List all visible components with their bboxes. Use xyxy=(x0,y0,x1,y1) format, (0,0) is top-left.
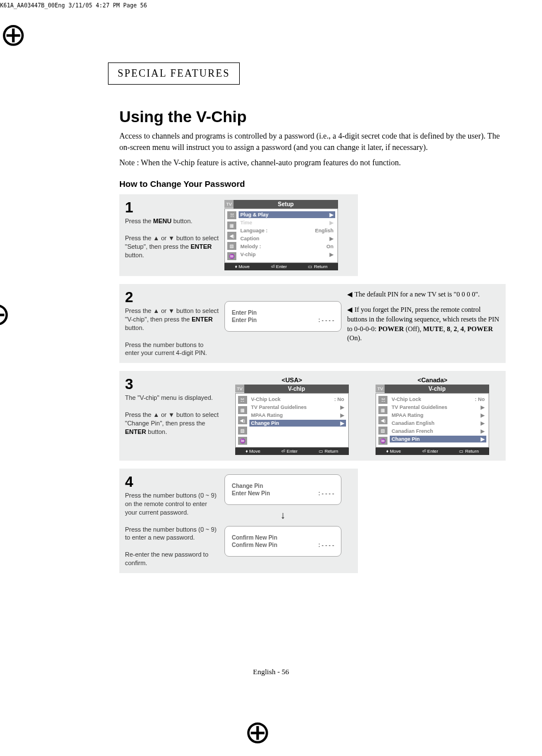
osd-item: Canadian English▶ xyxy=(390,420,486,427)
tv-icon: TV xyxy=(376,385,385,392)
confirm-pin-box: Confirm New Pin Confirm New Pin : - - - … xyxy=(224,526,341,557)
screen-icon: ▦ xyxy=(378,406,387,414)
antenna-icon: ☵ xyxy=(227,211,236,219)
speaker-icon: ◀) xyxy=(238,416,247,424)
osd-vchip-canada: TV V-chip ☵ ▦ ◀) ▧ ♒ V-Chip Lock: No TV … xyxy=(376,385,489,455)
step-4-text-b: Press the number buttons (0 ~ 9) to ente… xyxy=(125,525,219,542)
osd-item: MPAA Rating▶ xyxy=(390,412,486,419)
osd-item: TV Parental Guidelines▶ xyxy=(249,404,346,411)
osd-item-change-pin: Change Pin▶ xyxy=(249,420,346,427)
triangle-icon: ◀ xyxy=(347,290,352,299)
osd-item-plug-play: Plug & Play▶ xyxy=(239,211,335,218)
osd-item-melody: Melody :On xyxy=(239,243,335,250)
speaker-icon: ◀) xyxy=(227,232,236,240)
usa-label: <USA> xyxy=(224,377,360,383)
osd-item-language: Language :English xyxy=(239,227,335,234)
canada-label: <Canada> xyxy=(365,377,501,383)
register-mark-top: ⊕ xyxy=(0,16,27,53)
osd-footer: ♦ Move ⏎ Enter ▭ Return xyxy=(235,448,349,455)
sub-heading: How to Change Your Password xyxy=(119,179,506,189)
page-title: Using the V-Chip xyxy=(119,108,506,126)
screen-icon: ▦ xyxy=(227,222,236,229)
osd-title: V-chip xyxy=(244,385,349,393)
step-1-text-b: Press the ▲ or ▼ button to select "Setup… xyxy=(125,234,219,260)
confirm-pin-value: : - - - - xyxy=(318,542,334,548)
osd-item-time: Time▶ xyxy=(239,219,335,226)
arrow-down-icon: ↓ xyxy=(281,509,286,521)
tv-icon: TV xyxy=(224,200,234,208)
picture-icon: ▧ xyxy=(227,242,236,250)
step-1-text-a: Press the MENU button. xyxy=(125,217,219,225)
osd-item: TV Parental Guidelines▶ xyxy=(390,404,486,411)
section-header: SPECIAL FEATURES xyxy=(108,62,240,85)
osd-item: V-Chip Lock: No xyxy=(249,396,346,403)
note-paragraph: Note : When the V-chip feature is active… xyxy=(119,158,506,168)
enter-pin-title: Enter Pin xyxy=(232,310,334,316)
change-pin-box: Change Pin Enter New Pin : - - - - xyxy=(224,474,341,505)
osd-item-caption: Caption▶ xyxy=(239,235,335,242)
osd-item-vchip: V-chip▶ xyxy=(239,251,335,258)
equalizer-icon: ♒ xyxy=(227,252,236,260)
step-4: 4 Press the number buttons (0 ~ 9) on th… xyxy=(119,469,358,573)
osd-item-change-pin: Change Pin▶ xyxy=(390,436,486,442)
file-meta: K61A_AA03447B_00Eng 3/11/05 4:27 PM Page… xyxy=(0,2,147,9)
osd-title: Setup xyxy=(234,200,338,208)
antenna-icon: ☵ xyxy=(238,396,247,404)
osd-footer: ♦ Move ⏎ Enter ▭ Return xyxy=(376,448,489,455)
intro-paragraph: Access to channels and programs is contr… xyxy=(119,131,506,153)
change-pin-label: Enter New Pin xyxy=(232,490,270,496)
step-number: 1 xyxy=(125,200,219,215)
change-pin-value: : - - - - xyxy=(318,490,334,496)
enter-pin-value: : - - - - xyxy=(318,317,334,323)
picture-icon: ▧ xyxy=(378,427,387,435)
screen-icon: ▦ xyxy=(238,406,247,414)
osd-item: MPAA Rating▶ xyxy=(249,412,346,419)
tv-icon: TV xyxy=(235,385,244,392)
osd-setup-panel: TV Setup ☵ ▦ ◀) ▧ ♒ Plug & Play▶ Time▶ L… xyxy=(224,200,338,270)
step-2-text-a: Press the ▲ or ▼ button to select "V-chi… xyxy=(125,307,219,332)
osd-item: V-Chip Lock: No xyxy=(390,396,486,403)
speaker-icon: ◀) xyxy=(378,416,387,424)
enter-pin-box: Enter Pin Enter Pin : - - - - xyxy=(224,301,341,332)
register-mark-bottom: ⊕ xyxy=(244,713,271,750)
equalizer-icon: ♒ xyxy=(238,437,247,445)
osd-title: V-chip xyxy=(385,385,489,393)
change-pin-title: Change Pin xyxy=(232,483,334,489)
step-number: 3 xyxy=(125,377,219,391)
step-number: 4 xyxy=(125,474,219,489)
equalizer-icon: ♒ xyxy=(378,437,387,445)
step-2-text-b: Press the number buttons to enter your c… xyxy=(125,341,219,358)
confirm-pin-label: Confirm New Pin xyxy=(232,542,277,548)
step-3: 3 The "V-chip" menu is displayed. Press … xyxy=(119,371,506,461)
step-2: 2 Press the ▲ or ▼ button to select "V-c… xyxy=(119,284,506,363)
antenna-icon: ☵ xyxy=(378,396,387,404)
enter-pin-label: Enter Pin xyxy=(232,317,257,323)
register-mark-side: ⊕ xyxy=(0,295,11,332)
side-notes: ◀The default PIN for a new TV set is "0 … xyxy=(347,290,500,357)
step-1: 1 Press the MENU button. Press the ▲ or … xyxy=(119,194,358,276)
picture-icon: ▧ xyxy=(238,427,247,435)
step-3-text-a: The "V-chip" menu is displayed. xyxy=(125,394,219,402)
step-number: 2 xyxy=(125,290,219,304)
step-3-text-b: Press the ▲ or ▼ button to select "Chang… xyxy=(125,411,219,436)
step-4-text-a: Press the number buttons (0 ~ 9) on the … xyxy=(125,491,219,517)
triangle-icon: ◀ xyxy=(347,305,352,315)
osd-footer: ♦ Move ⏎ Enter ▭ Return xyxy=(224,263,338,270)
osd-vchip-usa: TV V-chip ☵ ▦ ◀) ▧ ♒ V-Chip Lock: No TV … xyxy=(235,385,349,455)
step-4-text-c: Re-enter the new password to confirm. xyxy=(125,550,219,567)
confirm-pin-title: Confirm New Pin xyxy=(232,534,334,541)
osd-item: Canadian French▶ xyxy=(390,428,486,435)
page-number: English - 56 xyxy=(0,667,542,676)
